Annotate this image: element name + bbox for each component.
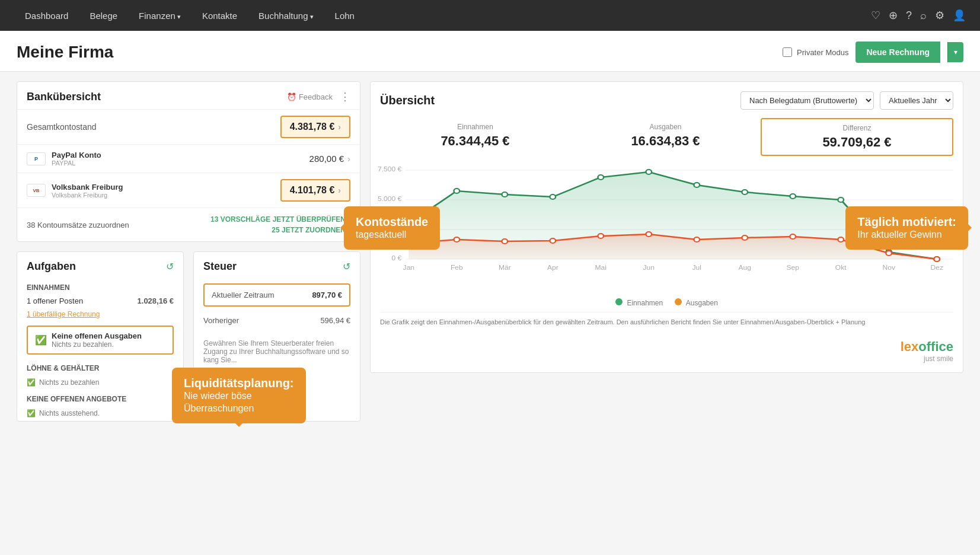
chart-note: Die Grafik zeigt den Einnahmen-/Ausgaben… [380, 312, 953, 332]
svg-text:Dez: Dez [930, 264, 943, 271]
svg-text:Okt: Okt [835, 264, 847, 271]
belegdatum-select[interactable]: Nach Belegdatum (Bruttowerte) [740, 91, 874, 110]
uebersicht-title: Übersicht [380, 94, 435, 107]
steuer-current-period-box: Aktueller Zeitraum 897,70 € [203, 283, 350, 307]
svg-point-31 [838, 237, 844, 242]
ausgaben-stat-label: Ausgaben [575, 123, 756, 131]
volksbank-arrow-icon: › [338, 186, 341, 195]
top-navigation: Dashboard Belege Finanzen Kontakte Buchh… [0, 0, 980, 31]
steuer-prev-row: Vorheriger 596,94 € [194, 311, 360, 330]
steuer-card: Steuer ↺ Aktueller Zeitraum 897,70 € Vor… [193, 251, 360, 422]
paypal-logo: P [27, 152, 46, 165]
svg-point-13 [598, 175, 604, 180]
svg-point-9 [406, 221, 412, 226]
keine-ausgaben-info: Keine offenen Ausgaben Nichts zu bezahle… [52, 331, 142, 349]
volksbank-account-name: Volksbank Freiburg [52, 183, 123, 192]
nav-lohn[interactable]: Lohn [324, 1, 365, 30]
bank-overview-card: Bankübersicht ⏰ Feedback ⋮ Gesamtkontost… [17, 81, 360, 242]
svg-point-26 [598, 234, 604, 238]
add-icon[interactable]: ⊕ [889, 9, 898, 22]
favorites-icon[interactable]: ♡ [871, 9, 880, 22]
chart-legend: Einnahmen Ausgaben [380, 298, 953, 307]
nav-finanzen[interactable]: Finanzen [128, 1, 191, 30]
uebersicht-header: Übersicht Nach Belegdatum (Bruttowerte) … [380, 91, 953, 110]
svg-text:Jun: Jun [643, 264, 655, 271]
svg-point-14 [646, 170, 652, 174]
svg-text:Jan: Jan [403, 264, 414, 271]
aktuelles-jahr-select[interactable]: Aktuelles Jahr [880, 91, 953, 110]
logo-tagline: just smile [380, 355, 953, 363]
steuer-prev-label: Vorheriger [203, 316, 239, 325]
logo-office: office [918, 339, 953, 354]
legend-einnahmen: Einnahmen [615, 298, 663, 307]
bank-card-header: Bankübersicht ⏰ Feedback ⋮ [17, 82, 360, 109]
chart-svg: 7.500 € 5.000 € 2.500 € 0 € [380, 164, 953, 295]
settings-icon[interactable]: ⚙ [935, 9, 944, 22]
check-ausgaben-icon: ✅ [35, 334, 47, 346]
legend-einnahmen-dot [615, 298, 623, 305]
svg-point-22 [406, 241, 412, 245]
svg-text:Apr: Apr [547, 264, 558, 271]
keine-ausgaben-sub: Nichts zu bezahlen. [52, 340, 142, 349]
private-mode-checkbox[interactable] [783, 47, 792, 57]
steuer-steuerberater-note: Gewähren Sie Ihrem Steuerberater freien … [194, 334, 360, 369]
gesamtkontostand-row: Gesamtkontostand 4.381,78 € › [17, 109, 360, 144]
volksbank-account-row: VB Volksbank Freiburg Volksbank Freiburg… [17, 173, 360, 208]
keine-ausgaben-title: Keine offenen Ausgaben [52, 331, 142, 340]
svg-point-28 [694, 237, 700, 242]
nav-belege[interactable]: Belege [79, 1, 128, 30]
nav-buchhaltung[interactable]: Buchhaltung [248, 1, 324, 30]
steuer-period-label: Aktueller Zeitraum [212, 291, 274, 299]
legend-ausgaben-dot [675, 298, 682, 305]
lexoffice-logo: lexoffice just smile [380, 339, 953, 363]
private-mode-toggle[interactable]: Privater Modus [783, 47, 848, 57]
neue-rechnung-button[interactable]: Neue Rechnung [855, 42, 940, 63]
volksbank-amount[interactable]: 4.101,78 € › [280, 179, 350, 202]
paypal-account-sub: PAYPAL [52, 160, 101, 167]
vorschlaege-link[interactable]: 13 VORSCHLÄGE JETZT ÜBERPRÜFEN › [210, 215, 350, 224]
einnahmen-stat-value: 76.344,45 € [385, 133, 566, 149]
paypal-amount[interactable]: 280,00 € › [309, 154, 350, 164]
svg-text:Nov: Nov [882, 264, 895, 271]
svg-text:Sep: Sep [786, 264, 799, 271]
steuer-header: Steuer ↺ [194, 252, 360, 279]
offene-posten-label: 1 offener Posten [27, 296, 83, 305]
ueberfaellig-row: 1 überfällige Rechnung [17, 308, 183, 321]
more-options-icon[interactable]: ⋮ [340, 90, 350, 103]
aufgaben-card: Aufgaben ↺ Einnahmen 1 offener Posten 1.… [17, 251, 184, 422]
nav-kontakte[interactable]: Kontakte [191, 1, 248, 30]
feedback-link[interactable]: ⏰ Feedback [287, 92, 333, 101]
aufgaben-refresh-icon[interactable]: ↺ [166, 261, 174, 272]
right-column: Übersicht Nach Belegdatum (Bruttowerte) … [370, 81, 963, 422]
svg-point-16 [742, 190, 748, 194]
logo-lex: lex [901, 339, 919, 354]
user-icon[interactable]: 👤 [953, 9, 966, 22]
neue-rechnung-dropdown-button[interactable]: ▾ [947, 42, 963, 62]
check-angebote-icon: ✅ [27, 409, 36, 417]
vorschlaege-arrow-icon: › [348, 215, 350, 224]
svg-text:0 €: 0 € [391, 255, 401, 261]
steuer-refresh-icon[interactable]: ↺ [343, 261, 350, 272]
main-content: Bankübersicht ⏰ Feedback ⋮ Gesamtkontost… [0, 72, 980, 431]
svg-point-23 [454, 237, 460, 242]
offene-posten-amount: 1.028,16 € [138, 296, 174, 305]
search-icon[interactable]: ⌕ [920, 9, 927, 22]
aufgaben-header: Aufgaben ↺ [17, 252, 183, 279]
paypal-account-row: P PayPal Konto PAYPAL 280,00 € › [17, 144, 360, 173]
einnahmen-label: Einnahmen [17, 279, 183, 294]
ueberfaellig-link[interactable]: 1 überfällige Rechnung [27, 310, 100, 318]
check-loehne-icon: ✅ [27, 378, 36, 387]
differenz-stat-label: Differenz [767, 124, 947, 132]
svg-point-32 [886, 251, 892, 256]
uebersicht-card: Übersicht Nach Belegdatum (Bruttowerte) … [370, 81, 963, 373]
uebersicht-chart: 7.500 € 5.000 € 2.500 € 0 € [380, 164, 953, 295]
zuordnen-link[interactable]: 25 JETZT ZUORDNEN › [272, 226, 350, 234]
svg-point-18 [838, 197, 844, 202]
header-right: Privater Modus Neue Rechnung ▾ [783, 42, 963, 63]
help-icon[interactable]: ? [906, 9, 912, 22]
nav-dashboard[interactable]: Dashboard [14, 1, 79, 30]
svg-point-29 [742, 235, 748, 240]
gesamtkontostand-amount[interactable]: 4.381,78 € › [280, 116, 350, 138]
svg-point-10 [454, 189, 460, 193]
volksbank-logo: VB [27, 184, 46, 197]
